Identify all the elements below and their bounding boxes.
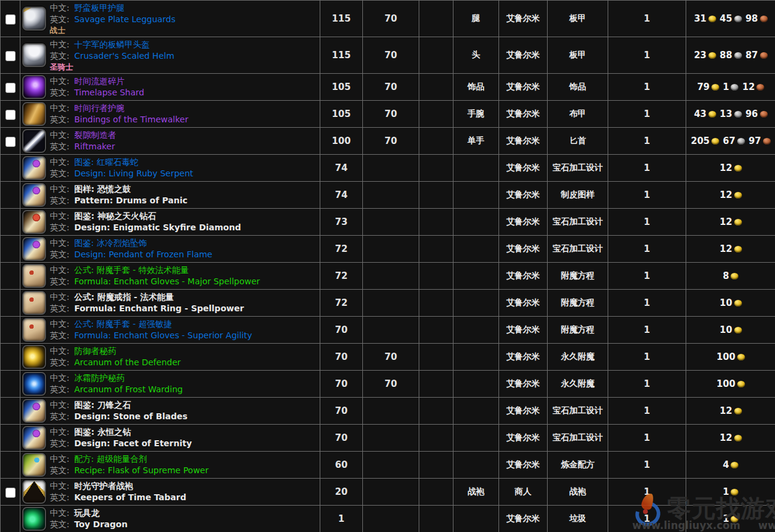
gold-coin-icon <box>734 327 742 333</box>
price-cell: 1 <box>686 479 775 506</box>
item-name-en[interactable]: Formula: Enchant Gloves - Superior Agili… <box>74 330 253 340</box>
item-row: 中文:时光守护者战袍英文:Keepers of Time Tabard20战袍商… <box>1 479 775 506</box>
item-name-cn[interactable]: 时光守护者战袍 <box>74 481 133 491</box>
item-name-cn[interactable]: 冰霜防护秘药 <box>74 373 125 383</box>
item-name-line: 英文:Crusader's Scaled Helm <box>50 50 175 62</box>
formula-icon[interactable] <box>22 291 46 315</box>
item-name-en[interactable]: Design: Facet of Eternity <box>74 438 192 448</box>
item-level-cell: 105 <box>320 101 363 128</box>
arcanum-blue-icon[interactable] <box>22 372 46 396</box>
item-name-en[interactable]: Design: Enigmatic Skyfire Diamond <box>74 223 241 232</box>
item-names: 中文:图鉴: 神秘之天火钻石英文:Design: Enigmatic Skyfi… <box>50 211 241 233</box>
item-name-en[interactable]: Formula: Enchant Ring - Spellpower <box>74 303 244 313</box>
item-name-cn[interactable]: 野蛮板甲护腿 <box>74 3 125 13</box>
source-cell: 艾鲁尔米 <box>499 506 548 532</box>
item-name-en[interactable]: Arcanum of the Defender <box>74 357 181 367</box>
item-name-line: 中文:配方: 超级能量合剂 <box>50 453 209 465</box>
price-copper-value: 12 <box>742 82 755 92</box>
item-name-en[interactable]: Pattern: Drums of Panic <box>74 196 188 205</box>
item-name-cn[interactable]: 配方: 超级能量合剂 <box>74 454 147 464</box>
item-name-cn[interactable]: 时间流逝碎片 <box>74 76 125 86</box>
price-gold-value: 4 <box>723 459 729 470</box>
item-name-cn[interactable]: 裂隙制造者 <box>74 130 116 140</box>
item-name-cn[interactable]: 防御者秘药 <box>74 346 116 356</box>
gold-coin-icon <box>734 300 742 306</box>
item-name-en[interactable]: Timelapse Shard <box>74 88 145 97</box>
item-name-cn[interactable]: 图样: 恐慌之鼓 <box>74 184 131 194</box>
gold-coin-icon <box>734 219 742 226</box>
item-name-en[interactable]: Formula: Enchant Gloves - Major Spellpow… <box>74 276 260 286</box>
item-name-en[interactable]: Design: Stone of Blades <box>74 411 188 421</box>
formula-icon[interactable] <box>22 318 46 342</box>
row-checkbox[interactable] <box>5 488 16 498</box>
quantity-cell: 1 <box>608 506 686 532</box>
item-name-cn[interactable]: 十字军的板鳞甲头盔 <box>74 40 150 49</box>
scroll-purple-icon[interactable] <box>22 426 46 450</box>
price-cell: 8 <box>686 263 775 290</box>
tabard-icon[interactable] <box>22 480 46 504</box>
scroll-purple-icon[interactable] <box>22 156 46 180</box>
row-checkbox[interactable] <box>5 137 16 147</box>
plate-legs-icon[interactable] <box>22 7 46 31</box>
category-cell: 附魔方程 <box>548 290 608 317</box>
item-row: 中文:防御者秘药英文:Arcanum of the Defender7070艾鲁… <box>1 344 775 371</box>
item-name-cn[interactable]: 公式: 附魔手套 - 超强敏捷 <box>74 319 172 329</box>
category-cell: 制皮图样 <box>548 182 608 209</box>
item-name-en[interactable]: Savage Plate Legguards <box>74 14 176 24</box>
dagger-icon[interactable] <box>22 129 46 153</box>
plate-helm-icon[interactable] <box>22 43 46 67</box>
en-label: 英文: <box>50 51 70 61</box>
item-name-cn[interactable]: 图鉴: 永恒之钻 <box>74 427 131 437</box>
quantity-cell: 1 <box>608 263 686 290</box>
item-name-en[interactable]: Bindings of the Timewalker <box>74 115 188 124</box>
item-name-cn[interactable]: 图鉴: 神秘之天火钻石 <box>74 211 156 221</box>
extra-cell <box>419 479 453 506</box>
scroll-red-icon[interactable] <box>22 210 46 234</box>
scroll-purple-icon[interactable] <box>22 183 46 207</box>
source-cell: 艾鲁尔米 <box>499 344 548 371</box>
cn-label: 中文: <box>50 103 70 113</box>
item-name-en[interactable]: Toy Dragon <box>74 519 128 529</box>
row-checkbox[interactable] <box>5 14 16 25</box>
item-name-cn[interactable]: 图鉴: 冰冷烈焰坠饰 <box>74 238 147 248</box>
item-name-cn[interactable]: 玩具龙 <box>74 508 100 518</box>
dragon-icon[interactable] <box>22 507 46 531</box>
item-name-en[interactable]: Crusader's Scaled Helm <box>74 51 175 61</box>
cn-label: 中文: <box>50 238 70 248</box>
purple-shard-icon[interactable] <box>22 75 46 99</box>
en-label: 英文: <box>50 276 70 286</box>
item-name-en[interactable]: Design: Pendant of Frozen Flame <box>74 250 212 259</box>
scroll-purple-icon[interactable] <box>22 399 46 423</box>
item-name-line: 英文:Formula: Enchant Gloves - Major Spell… <box>50 276 260 287</box>
bracer-icon[interactable] <box>22 102 46 126</box>
recipe-green-icon[interactable] <box>22 453 46 477</box>
price-cell: 1 <box>686 506 775 532</box>
item-name-en[interactable]: Arcanum of Frost Warding <box>74 384 183 394</box>
checkbox-cell <box>1 317 20 344</box>
item-name-cn[interactable]: 时间行者护腕 <box>74 103 125 113</box>
item-name-en[interactable]: Keepers of Time Tabard <box>74 492 187 502</box>
item-cell: 中文:时间流逝碎片英文:Timelapse Shard <box>20 74 320 101</box>
price-cell: 10 <box>686 290 775 317</box>
gold-coin-icon <box>708 52 716 59</box>
scroll-purple-icon[interactable] <box>22 237 46 261</box>
formula-icon[interactable] <box>22 264 46 288</box>
item-name-en[interactable]: Recipe: Flask of Supreme Power <box>74 465 209 475</box>
item-row: 中文:公式: 附魔手套 - 超强敏捷英文:Formula: Enchant Gl… <box>1 317 775 344</box>
item-name-cn[interactable]: 图鉴: 刀锋之石 <box>74 400 131 410</box>
item-row: 中文:冰霜防护秘药英文:Arcanum of Frost Warding7070… <box>1 371 775 398</box>
item-name-en[interactable]: Riftmaker <box>74 142 115 151</box>
row-checkbox[interactable] <box>5 83 16 93</box>
item-name-cn[interactable]: 公式: 附魔戒指 - 法术能量 <box>74 292 174 302</box>
item-name-cn[interactable]: 图鉴: 红曜石毒蛇 <box>74 157 139 167</box>
item-name-cn[interactable]: 公式: 附魔手套 - 特效法术能量 <box>74 265 189 275</box>
arcanum-yellow-icon[interactable] <box>22 345 46 369</box>
item-cell: 中文:时间行者护腕英文:Bindings of the Timewalker <box>20 101 320 128</box>
item-name-line: 中文:公式: 附魔戒指 - 法术能量 <box>50 291 244 303</box>
checkbox-cell <box>1 506 20 532</box>
item-level-cell: 70 <box>320 425 363 452</box>
item-name-en[interactable]: Design: Living Ruby Serpent <box>74 169 193 178</box>
row-checkbox[interactable] <box>5 110 16 120</box>
row-checkbox[interactable] <box>5 51 16 61</box>
item-cell-content: 中文:玩具龙英文:Toy Dragon <box>22 507 320 531</box>
